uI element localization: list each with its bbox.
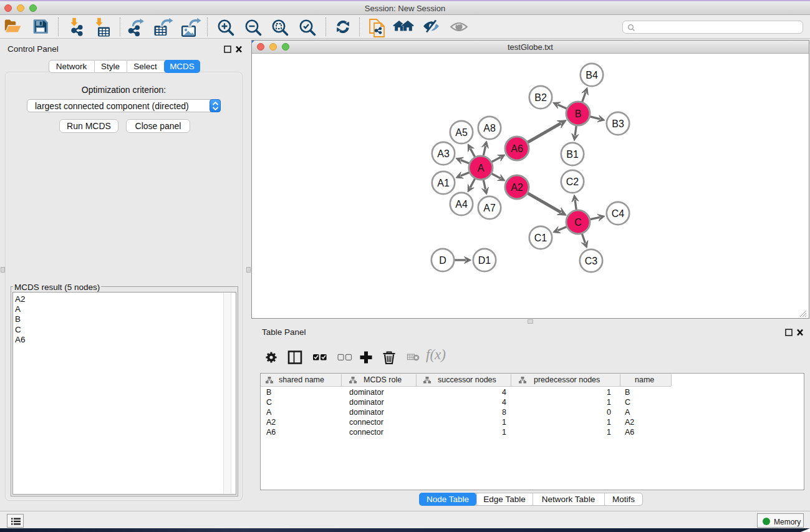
svg-text:B: B [575, 109, 582, 119]
svg-text:D1: D1 [478, 255, 491, 266]
svg-text:B3: B3 [612, 118, 624, 129]
svg-text:A8: A8 [483, 123, 496, 133]
svg-text:C2: C2 [566, 177, 579, 187]
svg-text:C: C [574, 217, 582, 228]
svg-text:A: A [478, 163, 485, 173]
svg-text:A6: A6 [511, 143, 523, 154]
svg-text:A7: A7 [483, 203, 496, 213]
svg-text:C3: C3 [585, 256, 598, 266]
svg-text:A3: A3 [437, 148, 450, 159]
svg-text:B4: B4 [586, 70, 598, 80]
svg-text:C4: C4 [612, 208, 625, 219]
svg-text:B2: B2 [534, 92, 547, 103]
svg-text:A2: A2 [511, 182, 523, 193]
svg-text:B1: B1 [566, 149, 579, 160]
svg-text:A1: A1 [437, 178, 450, 188]
svg-text:D: D [439, 255, 446, 266]
svg-text:C1: C1 [534, 233, 547, 243]
svg-text:A5: A5 [455, 127, 468, 138]
svg-text:A4: A4 [455, 199, 468, 210]
